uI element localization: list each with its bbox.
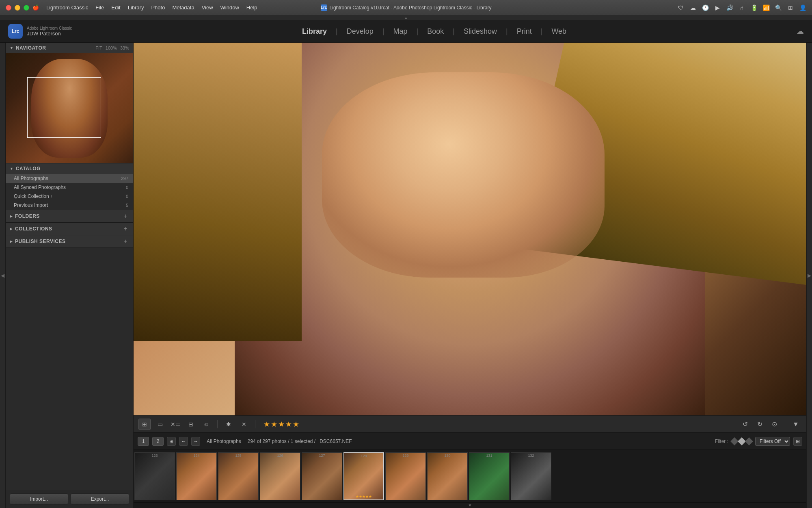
filmstrip-page-2[interactable]: 2 (152, 437, 164, 446)
star-3[interactable]: ★ (278, 420, 285, 429)
filmstrip-thumb-123[interactable]: 123 (134, 452, 175, 500)
expand-button[interactable]: ▼ (790, 419, 801, 430)
photo-toolbar: ⊞ ▭ ✕▭ ⊟ ☺ ✱ ✕ ★ ★ ★ ★ ★ ↺ ↻ ⊙ (134, 415, 806, 432)
survey-view-button[interactable]: ⊟ (185, 419, 197, 430)
tab-web[interactable]: Web (545, 25, 573, 38)
loupe-view-button[interactable]: ▭ (154, 419, 166, 430)
filmstrip-thumb-126[interactable]: 126 (260, 452, 300, 500)
filmstrip-thumb-130[interactable]: 130 (427, 452, 468, 500)
filmstrip-thumb-124[interactable]: 124 (176, 452, 217, 500)
target-button[interactable]: ⊙ (769, 419, 780, 430)
zoom-fit[interactable]: FIT (95, 46, 102, 50)
menu-help[interactable]: Help (246, 4, 257, 11)
minimize-button[interactable] (15, 5, 20, 11)
grid-view-button[interactable]: ⊞ (138, 419, 151, 430)
control-center-icon[interactable]: ⊞ (787, 4, 794, 11)
tab-library[interactable]: Library (296, 25, 333, 38)
import-button[interactable]: Import... (10, 493, 68, 505)
filmstrip-grid-button[interactable]: ⊞ (167, 437, 176, 446)
navigator-preview[interactable] (6, 53, 133, 163)
title-bar: 🍎 Lightroom Classic File Edit Library Ph… (0, 0, 812, 15)
navigator-section: ▼ Navigator FIT 100% 33% (6, 43, 133, 163)
module-bar: Lrc Adobe Lightroom Classic JDW Paterson… (0, 20, 812, 43)
filter-dropdown[interactable]: Filters Off Flagged Rated (755, 437, 790, 446)
menu-photo[interactable]: Photo (151, 4, 165, 11)
filmstrip-next-button[interactable]: → (191, 437, 200, 446)
publish-services-section: ▶ Publish Services + (6, 235, 133, 248)
star-5[interactable]: ★ (293, 420, 299, 429)
catalog-item-quick[interactable]: Quick Collection + 0 (6, 192, 133, 201)
menu-apple[interactable]: 🍎 (32, 4, 39, 11)
catalog-item-synced[interactable]: All Synced Photographs 0 (6, 183, 133, 192)
star-2[interactable]: ★ (271, 420, 277, 429)
publish-services-header[interactable]: ▶ Publish Services + (6, 235, 133, 247)
tab-develop[interactable]: Develop (340, 25, 380, 38)
filmstrip-thumb-129[interactable]: 129 (385, 452, 426, 500)
traffic-lights (6, 5, 29, 11)
filter-button[interactable]: ✕ (238, 419, 250, 430)
toolbar-sep-2 (255, 420, 255, 428)
spray-button[interactable]: ✱ (222, 419, 235, 430)
star-rating[interactable]: ★ ★ ★ ★ ★ (263, 420, 299, 429)
menu-window[interactable]: Window (220, 4, 239, 11)
catalog-header[interactable]: ▼ Catalog (6, 163, 133, 174)
menu-library[interactable]: Library (128, 4, 144, 11)
right-panel-collapse[interactable]: ▶ (806, 43, 812, 508)
sync-icon[interactable]: ☁ (797, 27, 804, 36)
tab-book[interactable]: Book (421, 25, 450, 38)
people-view-button[interactable]: ☺ (200, 419, 212, 430)
menu-lightroom[interactable]: Lightroom Classic (46, 4, 88, 11)
bottom-collapse-tab[interactable]: ▼ (134, 502, 806, 508)
collections-triangle: ▶ (10, 227, 13, 231)
collections-title: Collections (15, 226, 52, 232)
publish-triangle: ▶ (10, 239, 13, 243)
catalog-item-all-photos[interactable]: All Photographs 297 (6, 174, 133, 183)
filmstrip-thumb-127[interactable]: 127 (302, 452, 342, 500)
filmstrip-thumb-132[interactable]: 132 (511, 452, 551, 500)
publish-add-button[interactable]: + (122, 238, 129, 245)
folders-add-button[interactable]: + (122, 213, 129, 220)
close-button[interactable] (6, 5, 11, 11)
collections-header[interactable]: ▶ Collections + (6, 223, 133, 235)
top-collapse-tab[interactable]: ▲ (0, 15, 812, 20)
filter-diamond-3[interactable] (745, 437, 753, 445)
folders-triangle: ▶ (10, 214, 13, 218)
collections-section: ▶ Collections + (6, 223, 133, 235)
zoom-33[interactable]: 33% (120, 46, 129, 50)
catalog-title: Catalog (16, 166, 41, 172)
navigator-header[interactable]: ▼ Navigator FIT 100% 33% (6, 43, 133, 53)
menu-file[interactable]: File (95, 4, 104, 11)
play-icon[interactable]: ▶ (714, 4, 721, 11)
user-avatar[interactable]: 👤 (799, 4, 806, 11)
filmstrip-thumb-128[interactable]: 128 ★★★★★ (343, 452, 384, 500)
filmstrip-prev-button[interactable]: ← (179, 437, 188, 446)
compare-view-button[interactable]: ✕▭ (169, 419, 181, 430)
toolbar-sep-3 (785, 420, 785, 428)
filmstrip-thumb-125[interactable]: 125 (218, 452, 259, 500)
maximize-button[interactable] (24, 5, 29, 11)
filmstrip-thumb-131[interactable]: 131 (469, 452, 510, 500)
rotate-left-button[interactable]: ↺ (739, 419, 751, 430)
menu-metadata[interactable]: Metadata (172, 4, 194, 11)
folders-header[interactable]: ▶ Folders + (6, 210, 133, 222)
shield-icon: 🛡 (677, 4, 685, 11)
zoom-100[interactable]: 100% (106, 46, 117, 50)
filmstrip-page-1[interactable]: 1 (138, 437, 149, 446)
catalog-section: ▼ Catalog All Photographs 297 All Synced… (6, 163, 133, 210)
collections-add-button[interactable]: + (122, 225, 129, 232)
export-button[interactable]: Export... (71, 493, 129, 505)
menu-view[interactable]: View (202, 4, 213, 11)
cloud-icon[interactable]: ☁ (689, 4, 697, 11)
star-4[interactable]: ★ (285, 420, 292, 429)
filmstrip-expand-button[interactable]: ⊞ (793, 437, 802, 446)
catalog-item-previous[interactable]: Previous Import 5 (6, 201, 133, 210)
rotate-right-button[interactable]: ↻ (754, 419, 765, 430)
star-1[interactable]: ★ (263, 420, 270, 429)
tab-map[interactable]: Map (387, 25, 414, 38)
menu-edit[interactable]: Edit (111, 4, 120, 11)
search-icon[interactable]: 🔍 (775, 4, 782, 11)
tab-print[interactable]: Print (510, 25, 538, 38)
left-panel-collapse[interactable]: ◀ (0, 43, 6, 508)
volume-icon[interactable]: 🔊 (726, 4, 733, 11)
tab-slideshow[interactable]: Slideshow (457, 25, 503, 38)
